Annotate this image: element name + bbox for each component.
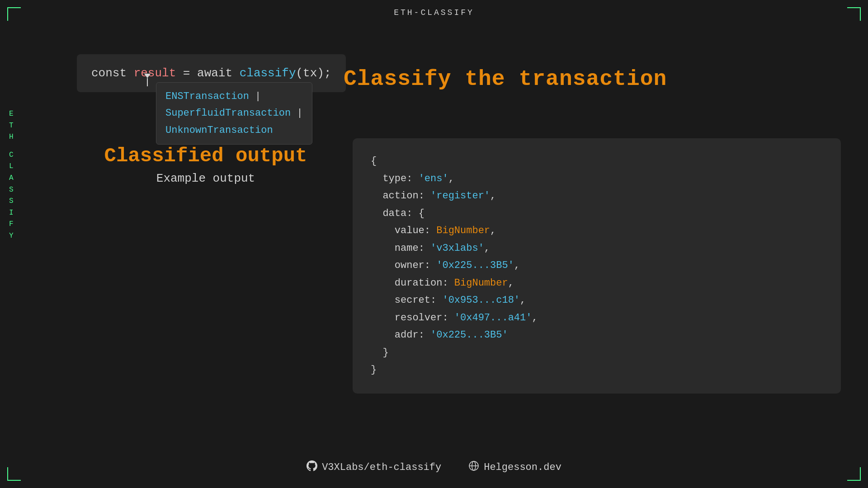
sidebar-letter-f: F bbox=[9, 219, 14, 230]
footer-github: V3XLabs/eth-classify bbox=[307, 460, 441, 474]
footer: V3XLabs/eth-classify Helgesson.dev bbox=[0, 460, 868, 474]
autocomplete-ens: ENSTransaction bbox=[165, 91, 249, 102]
json-duration: duration: BigNumber, bbox=[371, 275, 823, 292]
code-line: const result = await classify(tx); bbox=[91, 65, 331, 81]
autocomplete-dropdown: ENSTransaction | SuperfluidTransaction |… bbox=[156, 82, 312, 145]
sidebar-letter-e: E bbox=[9, 108, 14, 120]
sidebar-letter-i: I bbox=[9, 207, 14, 219]
output-title: Classified output bbox=[77, 145, 335, 167]
output-section: Classified output Example output bbox=[77, 145, 335, 185]
output-subtitle: Example output bbox=[77, 172, 335, 185]
github-icon bbox=[307, 460, 317, 474]
footer-github-text: V3XLabs/eth-classify bbox=[322, 462, 441, 473]
autocomplete-item-3: UnknownTransaction bbox=[165, 122, 303, 139]
code-eq: = bbox=[176, 66, 197, 80]
json-inner-close: } bbox=[371, 344, 823, 362]
json-secret: secret: '0x953...c18', bbox=[371, 292, 823, 310]
sidebar-letter-c: C bbox=[9, 150, 14, 161]
cursor bbox=[145, 74, 150, 86]
code-tx: (tx); bbox=[296, 66, 331, 80]
sidebar-letter-l: L bbox=[9, 161, 14, 173]
json-type: type: 'ens', bbox=[371, 170, 823, 188]
sidebar-letter-s1: S bbox=[9, 184, 14, 196]
footer-website-text: Helgesson.dev bbox=[484, 462, 561, 473]
sidebar-letter-h: H bbox=[9, 131, 14, 143]
sidebar-text: E T H C L A S S I F Y bbox=[9, 108, 14, 242]
json-addr: addr: '0x225...3B5' bbox=[371, 327, 823, 344]
sidebar-letter-y: Y bbox=[9, 230, 14, 242]
json-brace-open: { bbox=[371, 153, 823, 170]
json-resolver: resolver: '0x497...a41', bbox=[371, 310, 823, 327]
json-value: value: BigNumber, bbox=[371, 222, 823, 240]
classify-title: Classify the transaction bbox=[344, 67, 667, 91]
code-const: const bbox=[91, 66, 134, 80]
sidebar-letter-a: A bbox=[9, 173, 14, 184]
code-await: await bbox=[197, 66, 240, 80]
json-action: action: 'register', bbox=[371, 188, 823, 205]
json-data: data: { bbox=[371, 205, 823, 223]
code-classify: classify bbox=[240, 66, 296, 80]
autocomplete-item-1: ENSTransaction | bbox=[165, 88, 303, 105]
footer-website: Helgesson.dev bbox=[468, 460, 561, 474]
sidebar-letter-s2: S bbox=[9, 196, 14, 207]
json-panel: { type: 'ens', action: 'register', data:… bbox=[353, 138, 841, 394]
globe-icon bbox=[468, 460, 479, 474]
json-outer-close: } bbox=[371, 361, 823, 379]
autocomplete-item-2: SuperfluidTransaction | bbox=[165, 105, 303, 122]
code-result: result bbox=[134, 66, 176, 80]
app-title: ETH-CLASSIFY bbox=[394, 8, 474, 17]
json-owner: owner: '0x225...3B5', bbox=[371, 257, 823, 275]
header: ETH-CLASSIFY bbox=[0, 0, 868, 17]
json-name: name: 'v3xlabs', bbox=[371, 240, 823, 258]
sidebar-letter-t: T bbox=[9, 120, 14, 132]
autocomplete-sf: SuperfluidTransaction bbox=[165, 108, 291, 119]
autocomplete-unknown: UnknownTransaction bbox=[165, 125, 273, 136]
